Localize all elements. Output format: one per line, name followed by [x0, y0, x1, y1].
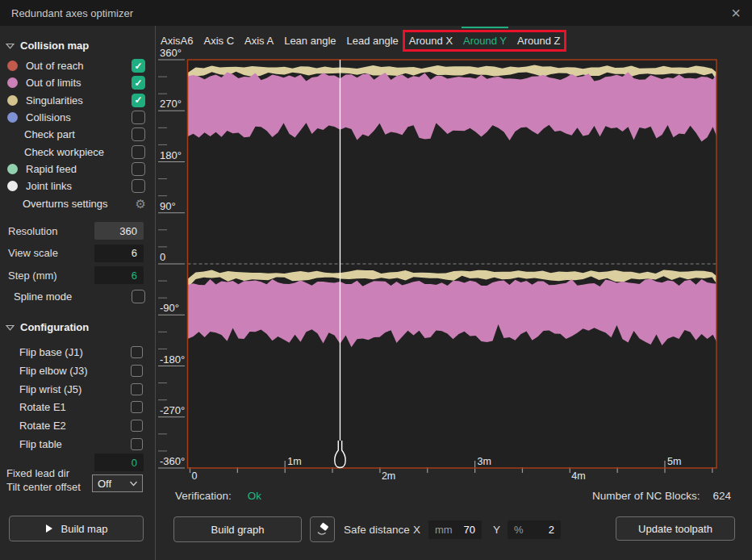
x-value: 70: [464, 524, 475, 536]
legend-row: Rapid feed: [0, 161, 155, 178]
collapse-triangle-icon: [6, 324, 15, 331]
config-label: Rotate E1: [19, 401, 66, 413]
legend-label: Singularities: [26, 94, 83, 107]
svg-text:-180°: -180°: [160, 353, 185, 366]
field-input-resolution[interactable]: 360: [94, 222, 144, 240]
checkbox-flip-elbow-j3-[interactable]: [131, 365, 143, 377]
x-unit: mm: [435, 524, 453, 536]
legend-label: Rapid feed: [26, 163, 77, 175]
nc-blocks-label: Number of NC Blocks:: [592, 490, 700, 502]
checkbox-joint-links[interactable]: [132, 179, 145, 193]
legend-label: Check part: [24, 128, 75, 140]
legend-row: Check workpiece: [0, 144, 155, 161]
y-value: 2: [549, 524, 554, 536]
spline-mode-label: Spline mode: [14, 290, 72, 303]
field-value: 6: [132, 247, 137, 259]
checkbox-singularities[interactable]: [132, 94, 145, 107]
redundancy-map-chart[interactable]: 360°270°180°90°0-90°-180°-270°-360°01m2m…: [157, 26, 752, 560]
safe-distance-y-input[interactable]: % 2: [508, 520, 561, 539]
tab-axis-c[interactable]: Axis C: [203, 33, 234, 49]
field-label-step-mm-: Step (mm): [8, 266, 57, 284]
svg-text:-270°: -270°: [160, 404, 185, 416]
legend-row: Out of limits: [0, 74, 155, 91]
safe-distance-x-label: X: [413, 516, 420, 542]
collapse-triangle-icon: [6, 43, 15, 49]
fixed-lead-dir-input[interactable]: 0: [94, 453, 144, 471]
y-unit: %: [514, 524, 524, 536]
svg-text:90°: 90°: [160, 200, 176, 212]
svg-text:270°: 270°: [160, 98, 182, 110]
config-row: Flip elbow (J3): [0, 362, 155, 379]
tab-around-x[interactable]: Around X: [409, 33, 453, 49]
play-icon: [45, 524, 53, 533]
legend-color-dot: [7, 95, 18, 106]
tilt-center-offset-dropdown[interactable]: Off: [92, 474, 143, 492]
svg-text:0: 0: [192, 470, 198, 482]
safe-distance-y-label: Y: [493, 516, 500, 542]
tab-around-z[interactable]: Around Z: [517, 33, 560, 49]
verification-status: Verification: Ok: [175, 490, 261, 502]
nc-blocks-value: 624: [712, 490, 731, 502]
redundant-axes-optimizer-window: { "window": { "title": "Redundant axes o…: [0, 0, 752, 560]
config-row: Flip base (J1): [0, 344, 155, 361]
checkbox-out-of-reach[interactable]: [132, 59, 145, 73]
svg-text:5m: 5m: [667, 456, 681, 467]
footer-toolbar: Build graph Safe distance X mm 70 Y % 2 …: [157, 516, 752, 542]
svg-text:-90°: -90°: [160, 302, 179, 314]
config-label: Rotate E2: [19, 420, 66, 432]
checkbox-flip-table[interactable]: [131, 438, 143, 450]
update-toolpath-button[interactable]: Update toolpath: [616, 516, 735, 541]
checkbox-flip-wrist-j5-[interactable]: [131, 383, 143, 395]
build-graph-label: Build graph: [211, 524, 265, 536]
svg-text:2m: 2m: [382, 470, 395, 482]
checkbox-flip-base-j1-[interactable]: [131, 346, 143, 358]
checkbox-collisions[interactable]: [132, 111, 145, 124]
safe-distance-label: Safe distance: [344, 524, 410, 536]
tilt-center-offset-value: Off: [98, 478, 111, 490]
checkbox-check-workpiece[interactable]: [132, 145, 145, 159]
overturns-settings-row: Overturns settings⚙: [0, 195, 155, 212]
chevron-down-icon: [129, 481, 138, 487]
legend-color-dot: [7, 77, 18, 88]
title-bar: Redundant axes optimizer ×: [0, 0, 752, 26]
config-row: Flip wrist (J5): [0, 381, 155, 398]
tab-lead-angle[interactable]: Lead angle: [347, 33, 399, 49]
svg-text:-360°: -360°: [160, 455, 185, 467]
legend-color-dot: [7, 61, 18, 71]
tab-axisa6[interactable]: AxisA6: [161, 33, 193, 49]
overturns-settings-label: Overturns settings: [23, 198, 108, 210]
close-icon[interactable]: ×: [731, 5, 741, 21]
checkbox-rapid-feed[interactable]: [132, 162, 145, 176]
legend-row: Out of reach: [0, 57, 155, 74]
eraser-icon: [315, 522, 330, 537]
checkbox-out-of-limits[interactable]: [132, 76, 145, 90]
tab-axis-a[interactable]: Axis A: [244, 33, 274, 49]
svg-text:4m: 4m: [571, 470, 585, 482]
build-graph-button[interactable]: Build graph: [173, 516, 302, 542]
collision-map-title: Collision map: [20, 40, 89, 52]
checkbox-spline-mode[interactable]: [132, 290, 145, 303]
collision-map-section-header[interactable]: Collision map: [6, 40, 89, 52]
config-label: Flip base (J1): [19, 346, 83, 358]
svg-text:3m: 3m: [478, 456, 491, 467]
legend-color-dot: [7, 181, 18, 191]
safe-distance-x-input[interactable]: mm 70: [428, 520, 482, 539]
checkbox-check-part[interactable]: [132, 127, 145, 141]
legend-row: Singularities: [0, 92, 155, 109]
eraser-tool-button[interactable]: [310, 516, 335, 542]
checkbox-rotate-e2[interactable]: [131, 420, 143, 432]
tab-around-y[interactable]: Around Y: [463, 33, 507, 49]
tab-lean-angle[interactable]: Lean angle: [284, 33, 336, 49]
gear-icon[interactable]: ⚙: [136, 198, 146, 210]
config-row: Rotate E1: [0, 399, 155, 416]
spline-mode-row: Spline mode: [0, 288, 155, 305]
field-input-view-scale[interactable]: 6: [94, 244, 144, 262]
checkbox-rotate-e1[interactable]: [131, 401, 143, 413]
field-input-step-mm-[interactable]: 6: [94, 266, 144, 284]
configuration-section-header[interactable]: Configuration: [6, 321, 89, 333]
legend-label: Check workpiece: [24, 146, 104, 158]
configuration-title: Configuration: [20, 321, 89, 333]
config-row: Flip table: [0, 436, 155, 453]
legend-color-dot: [7, 112, 18, 123]
build-map-button[interactable]: Build map: [9, 516, 144, 541]
